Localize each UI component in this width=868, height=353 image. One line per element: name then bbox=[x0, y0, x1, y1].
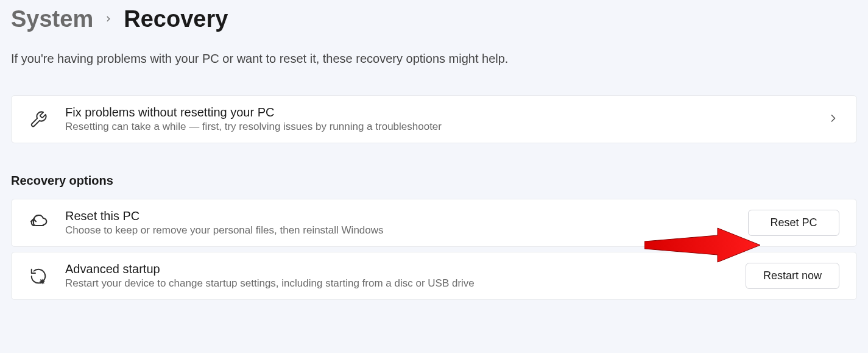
troubleshooter-text: Fix problems without resetting your PC R… bbox=[65, 105, 810, 133]
recovery-settings-page: System Recovery If you're having problem… bbox=[11, 6, 857, 300]
reset-pc-subtitle: Choose to keep or remove your personal f… bbox=[65, 224, 731, 237]
reset-pc-title: Reset this PC bbox=[65, 209, 731, 223]
breadcrumb-separator-icon bbox=[104, 12, 113, 26]
advanced-startup-row: Advanced startup Restart your device to … bbox=[11, 252, 857, 300]
reset-pc-action: Reset PC bbox=[748, 210, 839, 236]
reset-pc-row: Reset this PC Choose to keep or remove y… bbox=[11, 199, 857, 247]
troubleshooter-title: Fix problems without resetting your PC bbox=[65, 105, 810, 119]
advanced-startup-subtitle: Restart your device to change startup se… bbox=[65, 277, 729, 290]
advanced-startup-action: Restart now bbox=[746, 263, 839, 289]
page-title: Recovery bbox=[124, 6, 228, 32]
troubleshooter-subtitle: Resetting can take a while — first, try … bbox=[65, 121, 810, 133]
breadcrumb: System Recovery bbox=[11, 6, 857, 32]
reset-pc-text: Reset this PC Choose to keep or remove y… bbox=[65, 209, 731, 237]
recovery-options-heading: Recovery options bbox=[11, 174, 857, 188]
page-description: If you're having problems with your PC o… bbox=[11, 52, 857, 66]
troubleshooter-row[interactable]: Fix problems without resetting your PC R… bbox=[11, 95, 857, 143]
wrench-icon bbox=[29, 110, 48, 129]
advanced-startup-text: Advanced startup Restart your device to … bbox=[65, 262, 729, 290]
reset-pc-button[interactable]: Reset PC bbox=[748, 210, 839, 236]
chevron-right-icon bbox=[827, 112, 839, 127]
advanced-startup-icon bbox=[29, 267, 48, 285]
cloud-reset-icon bbox=[29, 213, 48, 233]
restart-now-button[interactable]: Restart now bbox=[746, 263, 839, 289]
breadcrumb-parent-link[interactable]: System bbox=[11, 6, 93, 32]
advanced-startup-title: Advanced startup bbox=[65, 262, 729, 276]
